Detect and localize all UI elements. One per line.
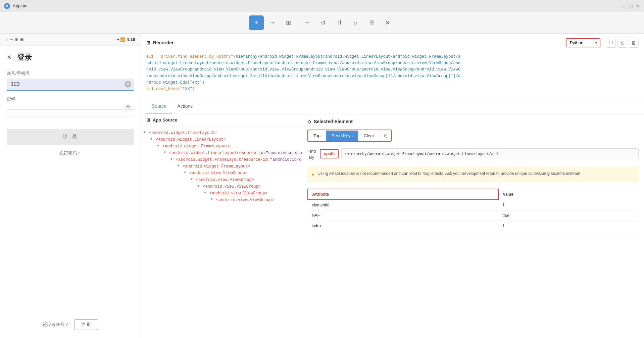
tab-source[interactable]: Source (146, 99, 172, 113)
password-input-wrapper: 👁 (7, 104, 134, 110)
swipe-tool-button[interactable]: → (265, 15, 280, 30)
minimize-button[interactable]: — (621, 4, 625, 8)
element-panel: ◇ Selected Element Tap Send Keys Clear ⎘… (302, 113, 644, 338)
right-panel: ⊞ Recorder Python Java JavaScript Ruby ▾ (141, 34, 644, 338)
recorder-delete-button[interactable]: 🗑 (629, 38, 639, 48)
tree-arrow-4: ▼ (170, 157, 175, 162)
stop-icon: ✕ (385, 19, 390, 27)
tree-equals-4: =" (268, 157, 273, 162)
recorder-save-button[interactable]: ⎘ (617, 38, 627, 48)
tree-attr-4: resource-id (241, 157, 267, 162)
tree-node-linearlayout[interactable]: ▼ <android.widget.LinearLayout> (141, 136, 302, 143)
phone-header: ✕ 登录 (7, 52, 134, 62)
tree-attr-3: resource-id (237, 151, 263, 155)
gesture-icon: ⊞ (286, 19, 291, 27)
xpath-badge[interactable]: xpath (320, 149, 339, 158)
wifi-icon: ▾ 📶 (117, 37, 125, 42)
attribute-header-text: Attribute (312, 192, 329, 197)
clipboard-button[interactable]: ⎘ (364, 15, 379, 30)
tree-node-viewgroup3[interactable]: ▼ <android.view.ViewGroup> (141, 183, 302, 190)
tree-tag-3: <android.widget.LinearLayout (169, 151, 237, 155)
table-row: NAF true (308, 210, 639, 221)
code-line-3: roid.view.ViewGroup/android.view.ViewGro… (146, 66, 639, 73)
refresh-button[interactable]: ↺ (316, 15, 331, 30)
password-label: 密码 (7, 96, 134, 102)
box-icon2: ▣ (20, 37, 23, 42)
tree-arrow-5: ▼ (177, 164, 182, 169)
copy-code-button[interactable]: ⎘ (380, 130, 391, 141)
source-header-icon: ⊞ (146, 117, 150, 123)
main-layout: △ ═ ▣ ▣ ▾ 📶 4:16 ✕ 登录 账号/手机号 123 (0, 34, 644, 338)
main-toolbar: ⌖ → ⊞ ← ↺ ⏸ ⌕ ⎘ ✕ (0, 12, 644, 34)
tree-node-viewgroup1[interactable]: ▼ <android.view.ViewGroup> (141, 170, 302, 177)
tree-arrow-0: ▼ (144, 131, 148, 135)
username-clear-button[interactable]: ✕ (125, 81, 131, 88)
refresh-icon: ↺ (321, 19, 326, 27)
find-by-row: Find By xpath (307, 148, 639, 161)
tree-arrow-10: ▼ (211, 198, 215, 202)
tree-tag-4: <android.widget.FrameLayout (176, 157, 241, 162)
tree-arrow-9: ▼ (204, 191, 209, 196)
tree-node-viewgroup4[interactable]: ▼ <android.view.ViewGroup> (141, 190, 302, 197)
source-tree: ▼ <android.widget.FrameLayout> ▼ <androi… (141, 127, 302, 338)
value-cell: 1 (498, 221, 639, 231)
phone-panel: △ ═ ▣ ▣ ▾ 📶 4:16 ✕ 登录 账号/手机号 123 (0, 34, 141, 338)
recorder-title: Recorder (153, 40, 174, 45)
language-select[interactable]: Python Java JavaScript Ruby (566, 39, 600, 47)
back-button[interactable]: ← (300, 15, 315, 30)
phone-title: 登录 (17, 52, 32, 62)
login-button[interactable]: 登 录 (7, 129, 134, 145)
box-icon1: ▣ (15, 37, 18, 42)
warning-text: Using XPath locators is not recommended … (317, 171, 580, 178)
gesture-tool-button[interactable]: ⊞ (281, 15, 296, 30)
username-value: 123 (11, 81, 20, 87)
tree-tag-0: <android.widget.FrameLayout> (149, 131, 217, 135)
find-label: Find (307, 148, 316, 154)
phone-status-bar: △ ═ ▣ ▣ ▾ 📶 4:16 (0, 34, 141, 46)
phone-close-button[interactable]: ✕ (7, 54, 12, 61)
status-icons: △ ═ ▣ ▣ (5, 37, 23, 42)
password-eye-icon[interactable]: 👁 (125, 103, 131, 110)
tree-tag-6: <android.view.ViewGroup> (189, 171, 247, 176)
window-controls: — ⬜ ✕ (621, 4, 640, 8)
source-panel: ⊞ App Source ▼ <android.widget.FrameLayo… (141, 113, 302, 338)
attributes-table: Attribute Value elementId 1 NAF true ind… (307, 189, 639, 231)
username-label: 账号/手机号 (7, 70, 134, 77)
value-header-text: Value (503, 192, 513, 197)
clear-button[interactable]: Clear (358, 131, 380, 141)
recorder-icon: ⊞ (146, 40, 150, 45)
tree-node-framelayout[interactable]: ▼ <android.widget.FrameLayout> (141, 130, 302, 136)
tabs-bar: Source Actions (141, 99, 644, 113)
source-header-title: App Source (153, 117, 177, 123)
tree-node-framelayout4[interactable]: ▼ <android.widget.FrameLayout> (141, 163, 302, 170)
tree-attr-val-3: com.ninecoastapp:id/a (268, 151, 302, 155)
tree-node-framelayout2[interactable]: ▼ <android.widget.FrameLayout> (141, 143, 302, 150)
select-tool-button[interactable]: ⌖ (249, 15, 264, 30)
forgot-password-link[interactable]: 忘记密码？ (7, 150, 134, 156)
tab-actions[interactable]: Actions (172, 99, 198, 113)
register-button[interactable]: 注 册 (74, 319, 98, 330)
clipboard-icon: ⎘ (370, 19, 374, 26)
copy-icon: ⎘ (384, 133, 387, 138)
tap-button[interactable]: Tap (308, 131, 326, 141)
search-button[interactable]: ⌕ (348, 15, 363, 30)
attr-cell: NAF (308, 210, 498, 221)
maximize-button[interactable]: ⬜ (628, 4, 633, 8)
value-col-header: Value (498, 189, 639, 200)
tree-node-framelayout3[interactable]: ▼ <android.widget.FrameLayout resource-i… (141, 156, 302, 163)
attr-cell: index (308, 221, 498, 231)
code-line-6: el1.send_keys("123") (146, 86, 639, 92)
tree-node-linearlayout2[interactable]: ▼ <android.widget.LinearLayout resource-… (141, 150, 302, 156)
stop-button[interactable]: ✕ (381, 15, 395, 30)
pause-button[interactable]: ⏸ (332, 15, 347, 30)
tree-node-viewgroup2[interactable]: ▼ <android.view.ViewGroup> (141, 177, 302, 183)
recorder-copy-button[interactable]: ☐ (606, 38, 616, 48)
tree-arrow-1: ▼ (150, 137, 155, 142)
tree-tag-7: <android.view.ViewGroup> (196, 178, 254, 182)
selector-input[interactable] (341, 148, 639, 159)
tab-actions-label: Actions (177, 103, 193, 109)
close-button[interactable]: ✕ (635, 4, 640, 8)
tree-node-viewgroup5[interactable]: ▼ <android.view.ViewGroup> (141, 197, 302, 203)
send-keys-button[interactable]: Send Keys (326, 131, 358, 141)
tree-tag-1: <android.widget.LinearLayout> (156, 137, 226, 142)
